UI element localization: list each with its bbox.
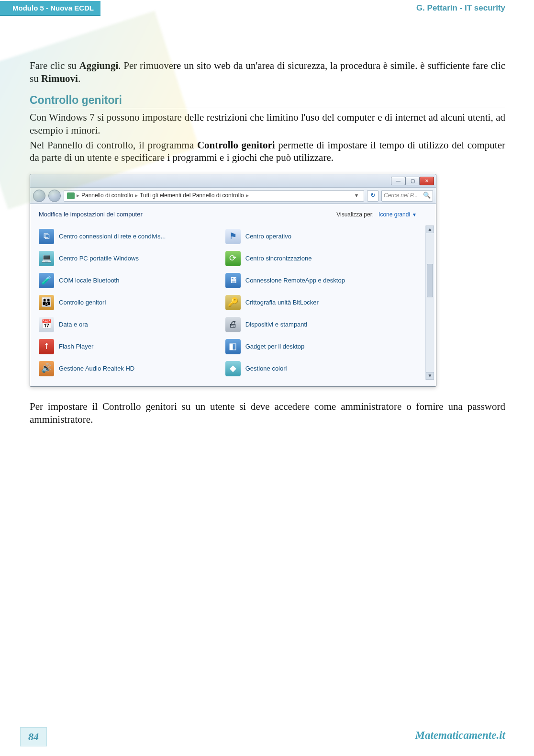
- body-p3: Nel Pannello di controllo, il programma …: [30, 139, 505, 165]
- cp-item-date-time[interactable]: 📅Data e ora: [37, 314, 223, 336]
- chevron-right-icon: ▸: [77, 192, 79, 199]
- breadcrumb-part2[interactable]: Tutti gli elementi del Pannello di contr…: [140, 192, 244, 199]
- forward-button[interactable]: [48, 190, 61, 202]
- site-label: Matematicamente.it: [415, 729, 505, 742]
- scrollbar[interactable]: ▲ ▼: [425, 226, 434, 380]
- cp-item-label: Gestione Audio Realtek HD: [59, 365, 134, 373]
- parental-controls-icon: 👪: [39, 295, 54, 310]
- cp-item-label: Centro sincronizzazione: [245, 255, 312, 263]
- cp-item-label: Flash Player: [59, 343, 93, 351]
- desktop-gadgets-icon: ◧: [225, 339, 241, 354]
- minimize-button[interactable]: —: [391, 177, 405, 185]
- view-by-dropdown[interactable]: Icone grandi▼: [378, 211, 417, 218]
- page-content: Fare clic su Aggiungi. Per rimuovere un …: [0, 16, 534, 426]
- cp-item-action-center[interactable]: ⚑Centro operativo: [223, 226, 410, 248]
- panel-subheader: Modifica le impostazioni del computer Vi…: [30, 204, 436, 221]
- breadcrumb-part1[interactable]: Pannello di controllo: [81, 192, 133, 199]
- cp-item-network-center[interactable]: ⧉Centro connessioni di rete e condivis..…: [37, 226, 223, 248]
- chevron-right-icon: ▸: [246, 192, 249, 199]
- cp-item-label: Dispositivi e stampanti: [245, 321, 307, 329]
- cp-item-label: Centro connessioni di rete e condivis...: [59, 233, 166, 241]
- control-panel-window: — ▢ ✕ ▸ Pannello di controllo ▸ Tutti gl…: [30, 174, 436, 387]
- chevron-right-icon: ▸: [135, 192, 138, 199]
- maximize-button[interactable]: ▢: [405, 177, 420, 185]
- page-number: 84: [20, 727, 47, 746]
- remoteapp-icon: 🖥: [225, 273, 241, 288]
- breadcrumb[interactable]: ▸ Pannello di controllo ▸ Tutti gli elem…: [64, 190, 364, 202]
- module-tab: Modulo 5 - Nuova ECDL: [0, 1, 100, 16]
- cp-item-mobility-center[interactable]: 💻Centro PC portatile Windows: [37, 248, 223, 270]
- cp-item-bluetooth-com[interactable]: 🧪COM locale Bluetooth: [37, 270, 223, 292]
- cp-item-label: Connessione RemoteApp e desktop: [245, 277, 345, 285]
- chevron-down-icon: ▼: [410, 212, 417, 217]
- cp-item-devices-printers[interactable]: 🖨Dispositivi e stampanti: [223, 314, 410, 336]
- cp-item-desktop-gadgets[interactable]: ◧Gadget per il desktop: [223, 336, 410, 358]
- search-icon: 🔍: [423, 192, 431, 200]
- cp-item-label: Gestione colori: [245, 365, 287, 373]
- cp-item-label: Controllo genitori: [59, 299, 106, 307]
- cp-item-sync-center[interactable]: ⟳Centro sincronizzazione: [223, 248, 410, 270]
- breadcrumb-dropdown[interactable]: ▾: [352, 192, 361, 199]
- page-header: Modulo 5 - Nuova ECDL G. Pettarin - IT s…: [0, 0, 534, 16]
- flash-player-icon: f: [39, 339, 54, 354]
- cp-item-remoteapp[interactable]: 🖥Connessione RemoteApp e desktop: [223, 270, 410, 292]
- body-p2: Con Windows 7 si possono impostare delle…: [30, 111, 505, 137]
- date-time-icon: 📅: [39, 317, 54, 332]
- cp-item-label: Crittografia unità BitLocker: [245, 299, 319, 307]
- panel-heading: Modifica le impostazioni del computer: [39, 211, 143, 219]
- author-label: G. Pettarin - IT security: [416, 3, 534, 13]
- cp-item-bitlocker[interactable]: 🔑Crittografia unità BitLocker: [223, 292, 410, 314]
- color-management-icon: ◆: [225, 361, 241, 376]
- cp-item-flash-player[interactable]: fFlash Player: [37, 336, 223, 358]
- bitlocker-icon: 🔑: [225, 295, 241, 310]
- page-footer: 84 Matematicamente.it: [0, 726, 534, 746]
- mobility-center-icon: 💻: [39, 251, 54, 266]
- network-center-icon: ⧉: [39, 229, 54, 244]
- close-button[interactable]: ✕: [420, 177, 434, 185]
- realtek-audio-icon: 🔊: [39, 361, 54, 376]
- scroll-down-icon[interactable]: ▼: [426, 372, 434, 380]
- control-panel-icon: [67, 192, 75, 199]
- cp-item-label: Gadget per il desktop: [245, 343, 305, 351]
- titlebar: — ▢ ✕: [30, 174, 436, 188]
- cp-item-label: Data e ora: [59, 321, 88, 329]
- panel-body: ⧉Centro connessioni di rete e condivis..…: [30, 221, 436, 386]
- cp-item-label: Centro operativo: [245, 233, 291, 241]
- cp-item-realtek-audio[interactable]: 🔊Gestione Audio Realtek HD: [37, 358, 223, 380]
- back-button[interactable]: [33, 190, 45, 202]
- cp-item-color-management[interactable]: ◆Gestione colori: [223, 358, 410, 380]
- sync-center-icon: ⟳: [225, 251, 241, 266]
- body-p4: Per impostare il Controllo genitori su u…: [30, 400, 505, 426]
- scroll-thumb[interactable]: [427, 264, 433, 297]
- search-input[interactable]: Cerca nel P... 🔍: [381, 190, 433, 202]
- cp-item-label: Centro PC portatile Windows: [59, 255, 139, 263]
- address-bar: ▸ Pannello di controllo ▸ Tutti gli elem…: [30, 188, 436, 204]
- section-heading: Controllo genitori: [30, 94, 505, 108]
- cp-item-parental-controls[interactable]: 👪Controllo genitori: [37, 292, 223, 314]
- cp-item-label: COM locale Bluetooth: [59, 277, 119, 285]
- action-center-icon: ⚑: [225, 229, 241, 244]
- bluetooth-com-icon: 🧪: [39, 273, 54, 288]
- scroll-up-icon[interactable]: ▲: [426, 226, 434, 233]
- view-by-label: Visualizza per:: [336, 211, 374, 218]
- devices-printers-icon: 🖨: [225, 317, 241, 332]
- search-placeholder: Cerca nel P...: [384, 192, 418, 199]
- refresh-button[interactable]: ↻: [367, 190, 378, 202]
- intro-paragraph: Fare clic su Aggiungi. Per rimuovere un …: [30, 59, 505, 85]
